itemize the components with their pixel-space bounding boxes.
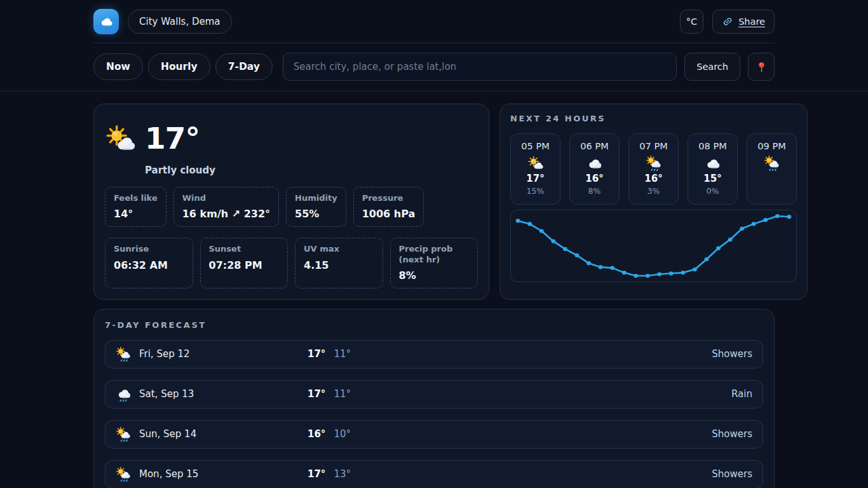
hour-time: 05 PM: [521, 141, 549, 151]
hour-temperature: 16°: [585, 173, 603, 184]
hour-time: 09 PM: [757, 141, 785, 151]
stat-box: Precip prob (next hr) 8%: [390, 238, 478, 288]
hour-temperature: 15°: [703, 173, 721, 184]
hour-temperature: 16°: [644, 173, 662, 184]
day-weather-icon: [116, 386, 131, 402]
day-high-temp: 17°: [308, 388, 325, 400]
forecast-day-row[interactable]: Sun, Sep 14 16° 10° Showers: [105, 420, 763, 449]
stat-value: 06:32 AM: [114, 259, 184, 271]
day-weather-icon: [116, 466, 131, 482]
seven-day-forecast-card: 7-DAY FORECAST Fri, Sep 12 17° 11° Showe…: [93, 309, 775, 488]
stat-value: 07:28 PM: [209, 259, 280, 271]
stat-box: UV max 4.15: [295, 238, 383, 288]
tab-7day[interactable]: 7-Day: [215, 53, 273, 80]
hourly-scroller[interactable]: 05 PM 17° 15% 06 PM 16° 8% 07 PM 16° 3% …: [510, 133, 797, 205]
stat-value: 1006 hPa: [362, 208, 416, 220]
hour-temperature: 17°: [526, 173, 544, 184]
hour-time: 06 PM: [580, 141, 608, 151]
weather-app: City Walls, Dema °C Share Now Hourly: [0, 0, 868, 488]
pin-icon: [756, 61, 768, 73]
day-low-temp: 13°: [334, 468, 351, 480]
stat-box: Sunset 07:28 PM: [200, 238, 288, 288]
day-condition-label: Showers: [712, 348, 752, 360]
unit-toggle-button[interactable]: °C: [680, 10, 703, 34]
day-date-label: Fri, Sep 12: [139, 348, 190, 360]
forecast-day-row[interactable]: Fri, Sep 12 17° 11° Showers: [105, 340, 763, 369]
hour-card: 07 PM 16° 3%: [628, 133, 679, 205]
hour-card: 09 PM: [747, 133, 797, 205]
hour-weather-icon: [646, 155, 661, 171]
hour-card: 08 PM 15° 0%: [688, 133, 738, 205]
stat-value: 14°: [114, 208, 158, 220]
day-high-temp: 16°: [308, 428, 325, 440]
stat-label: Sunset: [209, 244, 280, 254]
stat-value: 16 km/h ↗ 232°: [182, 208, 270, 220]
stat-box: Sunrise 06:32 AM: [105, 238, 193, 288]
unit-label: °C: [686, 17, 697, 27]
current-condition-label: Partly cloudy: [145, 165, 478, 176]
hour-precip-probability: 0%: [707, 186, 719, 196]
hour-weather-icon: [587, 155, 602, 171]
next-24-hours-card: NEXT 24 HOURS 05 PM 17° 15% 06 PM 16° 8%…: [499, 104, 808, 300]
tab-hourly[interactable]: Hourly: [148, 53, 210, 80]
day-condition-label: Showers: [712, 428, 752, 440]
stat-label: Pressure: [362, 193, 416, 203]
stat-label: Feels like: [114, 193, 158, 203]
search-input[interactable]: [283, 53, 677, 81]
day-weather-icon: [116, 346, 131, 362]
stat-value: 4.15: [304, 259, 374, 271]
main-content: 17° Partly cloudy Feels like 14° Wind 16…: [86, 92, 782, 488]
hour-weather-icon: [527, 155, 543, 171]
day-high-temp: 17°: [308, 468, 325, 480]
share-label: Share: [738, 17, 765, 27]
day-date-label: Sat, Sep 13: [139, 388, 194, 400]
next-24-hours-title: NEXT 24 HOURS: [510, 114, 797, 123]
search-button[interactable]: Search: [684, 53, 740, 81]
day-weather-icon: [116, 426, 131, 442]
current-stats-row-1: Feels like 14° Wind 16 km/h ↗ 232° Humid…: [105, 187, 478, 227]
hour-time: 08 PM: [698, 141, 726, 151]
link-icon: [722, 16, 733, 27]
hour-precip-probability: 3%: [648, 186, 660, 196]
hour-weather-icon: [764, 155, 780, 171]
stat-box: Pressure 1006 hPa: [353, 187, 424, 227]
stat-label: Wind: [182, 193, 270, 203]
current-temperature: 17°: [145, 121, 200, 156]
locate-pin-button[interactable]: [748, 53, 775, 81]
stat-label: Humidity: [295, 193, 337, 203]
share-button[interactable]: Share: [712, 10, 775, 34]
day-date-label: Mon, Sep 15: [139, 468, 198, 480]
tab-now[interactable]: Now: [93, 53, 143, 80]
app-header: City Walls, Dema °C Share Now Hourly: [0, 0, 868, 92]
stat-box: Humidity 55%: [286, 187, 346, 227]
location-pill[interactable]: City Walls, Dema: [128, 10, 232, 34]
sun-behind-cloud-icon: [105, 123, 135, 154]
hour-card: 06 PM 16° 8%: [569, 133, 620, 205]
day-condition-label: Showers: [712, 468, 752, 480]
stat-box: Wind 16 km/h ↗ 232°: [173, 187, 279, 227]
forecast-day-row[interactable]: Mon, Sep 15 17° 13° Showers: [105, 460, 763, 488]
stat-value: 55%: [295, 208, 337, 220]
hour-precip-probability: 8%: [588, 186, 601, 196]
stat-label: UV max: [304, 244, 374, 254]
stat-label: Precip prob (next hr): [399, 244, 470, 265]
stat-value: 8%: [399, 269, 470, 281]
current-stats-row-2: Sunrise 06:32 AM Sunset 07:28 PM UV max …: [105, 238, 478, 288]
hour-time: 07 PM: [639, 141, 667, 151]
seven-day-forecast-title: 7-DAY FORECAST: [105, 320, 763, 330]
stat-label: Sunrise: [114, 244, 184, 254]
hourly-temperature-chart: [510, 210, 797, 282]
hour-card: 05 PM 17° 15%: [510, 133, 560, 205]
hour-weather-icon: [705, 155, 721, 171]
day-condition-label: Rain: [731, 388, 752, 400]
app-logo: [93, 9, 119, 34]
stat-box: Feels like 14°: [105, 187, 166, 227]
day-high-temp: 17°: [308, 348, 325, 360]
hour-precip-probability: 15%: [527, 186, 545, 196]
forecast-day-row[interactable]: Sat, Sep 13 17° 11° Rain: [105, 380, 763, 409]
location-label: City Walls, Dema: [139, 16, 220, 27]
forecast-days-list: Fri, Sep 12 17° 11° Showers Sat, Sep 13 …: [105, 340, 763, 488]
day-low-temp: 10°: [334, 428, 351, 440]
current-conditions-card: 17° Partly cloudy Feels like 14° Wind 16…: [93, 104, 489, 300]
day-date-label: Sun, Sep 14: [139, 428, 196, 440]
